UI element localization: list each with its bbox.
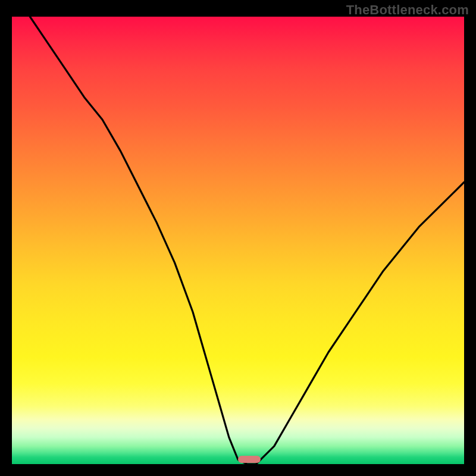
curve-path: [30, 17, 464, 464]
plot-area: [12, 17, 464, 464]
optimum-marker: [238, 456, 261, 463]
bottleneck-curve: [12, 17, 464, 464]
chart-frame: TheBottleneck.com: [0, 0, 476, 476]
watermark-text: TheBottleneck.com: [346, 2, 469, 18]
